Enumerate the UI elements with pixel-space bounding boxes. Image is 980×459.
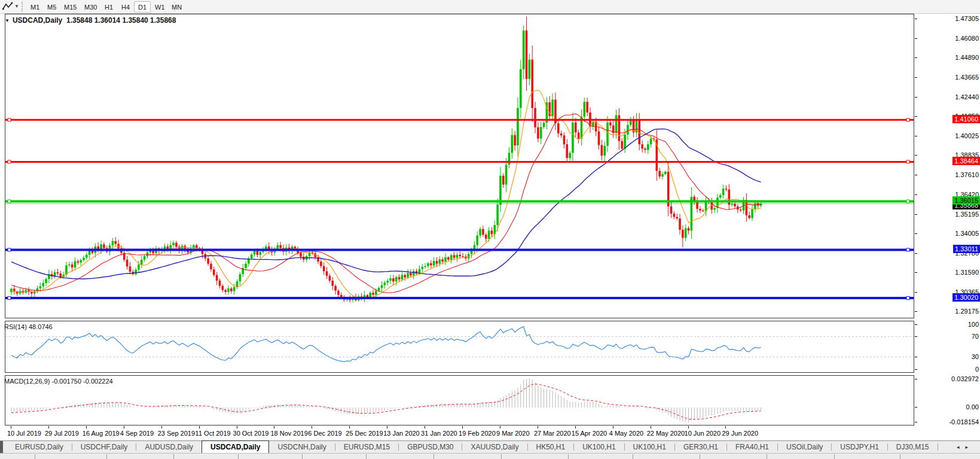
timeframe-button-mn[interactable]: MN	[167, 1, 186, 13]
price-tick-label: 1.37610	[955, 171, 979, 178]
price-tick-label: 1.31590	[955, 269, 979, 276]
status-separator	[700, 454, 700, 459]
price-tick-label: 1.40025	[955, 132, 979, 139]
time-axis-tick	[651, 426, 651, 428]
chart-window: ▼USDCAD,Daily 1.35848 1.36014 1.35840 1.…	[0, 14, 980, 440]
time-axis-label: 29 Jun 2020	[722, 430, 758, 437]
axis-tick	[915, 233, 917, 234]
rsi-tick-label: 0	[975, 366, 979, 373]
time-axis-tick	[199, 426, 200, 428]
axis-tick	[915, 324, 917, 325]
time-axis-label: 9 Mar 2020	[496, 430, 530, 437]
time-axis[interactable]: 10 Jul 201929 Jul 201916 Aug 20194 Sep 2…	[5, 426, 980, 440]
chart-tab-xauusd-daily[interactable]: XAUUSD,Daily	[462, 441, 527, 453]
status-separator	[106, 454, 107, 459]
time-axis-tick	[11, 426, 11, 428]
chart-tab-eurusd-m15[interactable]: EURUSD,M15	[335, 441, 398, 453]
mt4-window: ▼ M1M5M15M30H1H4D1W1MN ▼USDCAD,Daily 1.3…	[0, 0, 980, 459]
time-axis-label: 10 Jun 2020	[685, 430, 721, 437]
toolbar-grip[interactable]	[22, 2, 23, 11]
price-tick-label: 1.42440	[955, 93, 979, 101]
rsi-tick-label: 30	[972, 353, 979, 360]
axis-tick	[915, 379, 917, 379]
time-axis-label: 29 Jul 2019	[45, 430, 79, 437]
status-separator	[366, 454, 367, 459]
chart-tab-audusd-daily[interactable]: AUDUSD,Daily	[136, 441, 202, 453]
hline-price-label: 1.38464	[952, 157, 980, 165]
time-axis-tick	[725, 426, 726, 428]
status-bar	[0, 453, 980, 459]
axis-tick	[915, 292, 917, 293]
macd-panel[interactable]	[5, 375, 914, 425]
tool-dropdown-caret-icon[interactable]: ▼	[14, 4, 19, 9]
time-axis-label: 16 Aug 2019	[83, 430, 120, 437]
chart-tab-usoil-daily[interactable]: USOil,Daily	[778, 441, 831, 453]
chart-tab-usdchf-daily[interactable]: USDCHF,Daily	[72, 441, 136, 453]
price-tick-label: 1.44890	[955, 54, 979, 61]
timeframe-button-m1[interactable]: M1	[26, 1, 44, 13]
time-axis-tick	[538, 426, 538, 428]
status-separator	[501, 454, 502, 459]
chart-tab-usdcnh-daily[interactable]: USDCNH,Daily	[269, 441, 334, 453]
axis-tick	[915, 19, 917, 19]
time-axis-label: 13 Jan 2020	[383, 430, 420, 437]
rsi-chart	[5, 321, 914, 372]
axis-tick	[915, 97, 917, 98]
tab-bar-edge	[0, 441, 3, 453]
macd-indicator-label: MACD(12,26,9) -0.001750 -0.002224	[4, 378, 113, 385]
status-separator	[35, 454, 35, 459]
axis-tick	[915, 77, 917, 78]
status-separator	[568, 454, 569, 459]
axis-tick	[915, 116, 917, 117]
symbol-dropdown-icon[interactable]: ▼	[5, 18, 10, 23]
chart-tab-eurusd-daily[interactable]: EURUSD,Daily	[7, 441, 72, 453]
time-axis-tick	[425, 426, 425, 428]
rsi-tick-label: 100	[968, 321, 979, 328]
candles-layer	[10, 17, 762, 303]
macd-chart	[5, 376, 914, 425]
macd-tick-label: 0.00	[966, 403, 979, 411]
price-tick-label: 1.43665	[955, 74, 979, 81]
chart-tab-fra40-h1[interactable]: FRA40,H1	[727, 441, 777, 453]
macd-tick-label: -0.018154	[949, 418, 979, 425]
chart-tab-usdjpy-h1[interactable]: USDJPY,H1	[832, 441, 887, 453]
hline-price-label: 1.41060	[952, 115, 980, 123]
price-tick-label: 1.29175	[955, 308, 979, 315]
tab-scroll-right-icon[interactable]: ▸	[965, 444, 974, 450]
price-axis[interactable]: 1.473051.460801.448901.436651.424401.412…	[914, 14, 980, 426]
axis-tick	[915, 407, 917, 408]
chart-tab-uk100-h1[interactable]: UK100,H1	[625, 441, 674, 453]
crosshair-tool-icon[interactable]	[2, 2, 13, 11]
timeframe-button-w1[interactable]: W1	[151, 1, 169, 13]
time-axis-tick	[312, 426, 312, 428]
timeframe-button-h1[interactable]: H1	[100, 1, 117, 13]
chart-tab-hk50-h1[interactable]: HK50,H1	[528, 441, 574, 453]
status-separator	[834, 454, 835, 459]
chart-tab-usdcad-daily[interactable]: USDCAD,Daily	[202, 440, 269, 453]
timeframe-button-m15[interactable]: M15	[60, 1, 81, 13]
axis-tick	[915, 38, 917, 39]
tab-scroll-left-icon[interactable]: ◂	[957, 444, 966, 450]
time-axis-tick	[237, 426, 237, 428]
timeframe-button-d1[interactable]: D1	[134, 1, 151, 13]
price-tick-label: 1.46080	[955, 35, 979, 42]
timeframe-button-m30[interactable]: M30	[80, 1, 101, 13]
chart-tab-dj30-m15[interactable]: DJ30,M15	[888, 441, 938, 453]
timeframe-button-m5[interactable]: M5	[43, 1, 60, 13]
time-axis-tick	[500, 426, 500, 428]
timeframe-button-h4[interactable]: H4	[117, 1, 134, 13]
axis-tick	[915, 136, 917, 136]
axis-tick	[915, 214, 917, 215]
chart-tab-uk100-h1[interactable]: UK100,H1	[574, 441, 624, 453]
axis-tick	[915, 253, 917, 254]
main-price-panel[interactable]	[5, 14, 914, 318]
chart-tab-ger30-h1[interactable]: GER30,H1	[675, 441, 726, 453]
time-axis-label: 27 Mar 2020	[534, 430, 571, 437]
rsi-panel[interactable]	[5, 321, 914, 373]
chart-tab-gbpusd-m30[interactable]: GBPUSD,M30	[399, 441, 462, 453]
time-axis-label: 10 Jul 2019	[7, 430, 41, 437]
rsi-tick-label: 70	[972, 333, 979, 340]
axis-tick	[915, 369, 917, 370]
axis-tick	[915, 194, 917, 195]
time-axis-tick	[48, 426, 49, 428]
